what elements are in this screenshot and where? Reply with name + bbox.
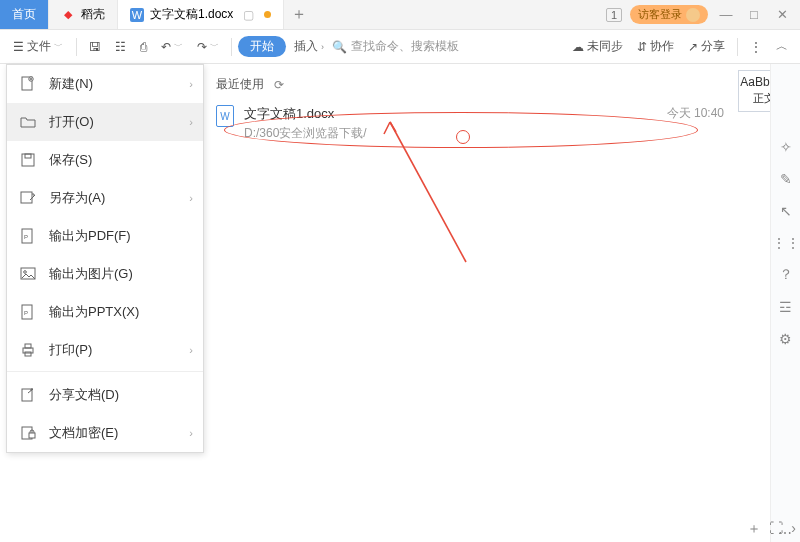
window-close-button[interactable]: ✕ — [772, 7, 792, 22]
printer-icon: ⎙ — [140, 40, 147, 54]
chevron-right-icon: › — [321, 42, 324, 52]
tab-docker[interactable]: ◆ 稻壳 — [49, 0, 118, 29]
svg-rect-14 — [25, 344, 31, 348]
file-label: 文件 — [27, 38, 51, 55]
svg-point-10 — [24, 271, 27, 274]
ribbon-tab-insert[interactable]: 插入› — [288, 34, 330, 59]
hamburger-icon: ☰ — [13, 40, 24, 54]
sliders-icon[interactable]: ⋮⋮ — [777, 234, 795, 252]
window-count-badge[interactable]: 1 — [606, 8, 622, 22]
menu-item-label: 另存为(A) — [49, 189, 105, 207]
cursor-icon[interactable]: ↖ — [777, 202, 795, 220]
ribbon-collapse-button[interactable]: ︿ — [770, 34, 794, 59]
tab-document[interactable]: W 文字文稿1.docx ▢ — [118, 0, 284, 29]
share-icon: ↗ — [688, 40, 698, 54]
menu-item-label: 打开(O) — [49, 113, 94, 131]
share-doc-icon — [19, 386, 37, 404]
word-doc-icon: W — [130, 8, 144, 22]
chevron-down-icon: ﹀ — [210, 40, 219, 53]
menu-item-share-doc[interactable]: 分享文档(D) — [7, 376, 203, 414]
toolbar-more-button[interactable]: ⋮ — [744, 36, 768, 58]
file-menu-dropdown: 新建(N) › 打开(O) › 保存(S) 另存为(A) › P 输出为PDF(… — [6, 64, 204, 453]
recent-file-row[interactable]: W 文字文稿1.docx D:/360安全浏览器下载/ 今天 10:40 — [210, 103, 730, 144]
pencil-icon[interactable]: ✎ — [777, 170, 795, 188]
title-bar: 首页 ◆ 稻壳 W 文字文稿1.docx ▢ ＋ 1 访客登录 — □ ✕ — [0, 0, 800, 30]
print-preview-icon: ☷ — [115, 40, 126, 54]
menu-item-label: 输出为PDF(F) — [49, 227, 131, 245]
rocket-icon[interactable]: ✧ — [777, 138, 795, 156]
collab-button[interactable]: ⇵协作 — [631, 34, 680, 59]
recent-files-panel: 最近使用 ⟳ W 文字文稿1.docx D:/360安全浏览器下载/ 今天 10… — [210, 70, 730, 144]
share-button[interactable]: ↗分享 — [682, 34, 731, 59]
tab-home[interactable]: 首页 — [0, 0, 49, 29]
printer-icon — [19, 341, 37, 359]
cloud-icon: ☁ — [572, 40, 584, 54]
fullscreen-icon[interactable]: ⛶ — [769, 520, 783, 538]
tab-docker-label: 稻壳 — [81, 6, 105, 23]
menu-item-open[interactable]: 打开(O) › — [7, 103, 203, 141]
print-preview-button[interactable]: ☷ — [109, 36, 132, 58]
menu-item-label: 保存(S) — [49, 151, 92, 169]
new-file-icon — [19, 75, 37, 93]
refresh-icon[interactable]: ⟳ — [274, 78, 284, 92]
folder-open-icon — [19, 113, 37, 131]
gear-icon[interactable]: ⚙ — [777, 330, 795, 348]
help-icon[interactable]: ？ — [777, 266, 795, 284]
menu-item-save-as[interactable]: 另存为(A) › — [7, 179, 203, 217]
people-icon: ⇵ — [637, 40, 647, 54]
menu-item-export-pptx[interactable]: P 输出为PPTX(X) — [7, 293, 203, 331]
redo-icon: ↷ — [197, 40, 207, 54]
tab-document-label: 文字文稿1.docx — [150, 6, 233, 23]
menu-item-print[interactable]: 打印(P) › — [7, 331, 203, 372]
redo-button[interactable]: ↷﹀ — [191, 36, 225, 58]
search-icon: 🔍 — [332, 40, 347, 54]
view-controls: ＋ ⛶ › — [747, 520, 796, 538]
submenu-chevron-icon: › — [189, 427, 193, 439]
guest-login-label: 访客登录 — [638, 7, 682, 22]
command-search[interactable]: 🔍 查找命令、搜索模板 — [332, 38, 459, 55]
zoom-add-icon[interactable]: ＋ — [747, 520, 761, 538]
save-button[interactable]: 🖫 — [83, 36, 107, 58]
recent-file-path: D:/360安全浏览器下载/ — [244, 125, 367, 142]
undo-button[interactable]: ↶﹀ — [155, 36, 189, 58]
ribbon-tab-start[interactable]: 开始 — [238, 36, 286, 57]
submenu-chevron-icon: › — [189, 116, 193, 128]
chevron-up-icon: ︿ — [776, 38, 788, 55]
window-maximize-button[interactable]: □ — [744, 7, 764, 22]
svg-rect-6 — [21, 192, 32, 203]
lock-icon — [19, 424, 37, 442]
unsaved-dot-icon — [264, 11, 271, 18]
menu-button[interactable]: ☰ 文件 ﹀ — [6, 33, 70, 60]
sync-button[interactable]: ☁未同步 — [566, 34, 629, 59]
menu-item-new[interactable]: 新建(N) › — [7, 65, 203, 103]
pptx-icon: P — [19, 303, 37, 321]
menu-item-label: 输出为图片(G) — [49, 265, 133, 283]
tab-add-button[interactable]: ＋ — [284, 0, 314, 29]
svg-rect-5 — [25, 154, 31, 158]
save-icon — [19, 151, 37, 169]
menu-item-label: 输出为PPTX(X) — [49, 303, 139, 321]
recent-file-name: 文字文稿1.docx — [244, 105, 367, 123]
menu-item-export-pdf[interactable]: P 输出为PDF(F) — [7, 217, 203, 255]
menu-item-label: 打印(P) — [49, 341, 92, 359]
submenu-chevron-icon: › — [189, 192, 193, 204]
guest-login-button[interactable]: 访客登录 — [630, 5, 708, 24]
menu-item-encrypt[interactable]: 文档加密(E) › — [7, 414, 203, 452]
right-sidebar: ✧ ✎ ↖ ⋮⋮ ？ ☲ ⚙ ⋯ — [770, 64, 800, 542]
recent-title: 最近使用 — [216, 76, 264, 93]
menu-item-export-image[interactable]: 输出为图片(G) — [7, 255, 203, 293]
tab-home-label: 首页 — [12, 6, 36, 23]
menu-item-save[interactable]: 保存(S) — [7, 141, 203, 179]
window-minimize-button[interactable]: — — [716, 7, 736, 22]
print-button[interactable]: ⎙ — [134, 36, 153, 58]
pdf-icon: P — [19, 227, 37, 245]
scroll-down-icon[interactable]: › — [791, 520, 796, 538]
save-icon: 🖫 — [89, 40, 101, 54]
recent-file-time: 今天 10:40 — [667, 105, 724, 122]
toolbar: ☰ 文件 ﹀ 🖫 ☷ ⎙ ↶﹀ ↷﹀ 开始 插入› 🔍 查找命令、搜索模板 ☁未… — [0, 30, 800, 64]
docker-flame-icon: ◆ — [61, 8, 75, 22]
tab-float-icon[interactable]: ▢ — [239, 8, 258, 22]
undo-icon: ↶ — [161, 40, 171, 54]
menu-item-label: 新建(N) — [49, 75, 93, 93]
clipboard-icon[interactable]: ☲ — [777, 298, 795, 316]
